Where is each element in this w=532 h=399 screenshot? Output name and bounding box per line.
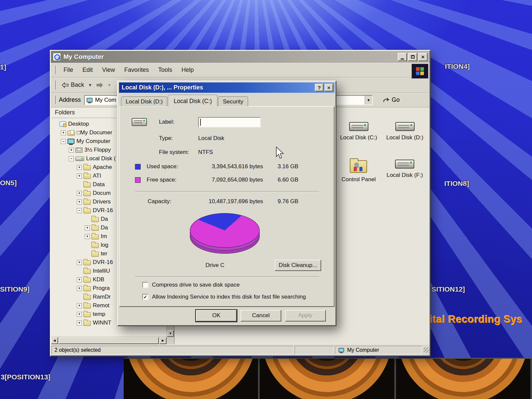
expand-icon[interactable]: +	[61, 130, 66, 135]
toolbar-grip[interactable]	[54, 66, 56, 74]
dialog-button-row: OKCancelApply	[119, 307, 334, 324]
expand-icon[interactable]: +	[77, 174, 82, 179]
desktop-text-fragment: 3[POSITION13]	[1, 373, 50, 381]
help-button[interactable]: ?	[315, 84, 324, 91]
tree-item-label: Data	[93, 181, 105, 188]
computer-icon	[67, 139, 74, 144]
windows-logo-throbber	[412, 64, 428, 78]
usage-bytes: 7,092,654,080 bytes	[197, 177, 263, 183]
tree-item-label: Progra	[93, 285, 110, 292]
tree-item-label: ter	[101, 250, 107, 257]
collapse-icon[interactable]: −	[77, 208, 82, 213]
window-title: My Computer	[64, 53, 104, 61]
pie-chart-caption: Drive C	[205, 262, 224, 269]
disk-tab-page: Label: Type: Local Disk File system: NTF…	[119, 106, 334, 307]
menu-item-view[interactable]: View	[97, 65, 120, 74]
maximize-button[interactable]	[408, 53, 417, 61]
expand-icon[interactable]: +	[85, 234, 90, 239]
expand-icon[interactable]: +	[77, 312, 82, 317]
tree-item-label: DVR-16	[93, 259, 113, 266]
desktop-text-fragment: SITION9]	[0, 285, 30, 293]
minimize-button[interactable]	[398, 53, 407, 61]
scrollbar-thumb[interactable]	[59, 337, 159, 344]
collapse-icon[interactable]: −	[61, 139, 66, 144]
window-titlebar[interactable]: My Computer ×	[51, 51, 430, 63]
tab-security[interactable]: Security	[218, 96, 248, 106]
filesystem-value: NTFS	[198, 149, 213, 156]
collapse-icon[interactable]: −	[69, 156, 74, 161]
folder-icon	[83, 191, 91, 196]
desktop-text-fragment: 1]	[0, 63, 6, 71]
status-location-cell: My Computer	[335, 346, 422, 354]
dialog-titlebar[interactable]: Local Disk (D:), ... Properties ? ×	[119, 82, 334, 93]
back-button[interactable]: Back	[59, 80, 87, 90]
usage-row: Free space:7,092,654,080 bytes6.60 GB	[120, 173, 334, 187]
expand-icon[interactable]: +	[77, 277, 82, 282]
scrollbar-corner	[167, 337, 174, 344]
folder-icon	[83, 321, 91, 326]
expand-icon[interactable]: +	[77, 260, 82, 265]
checkbox-label: Allow Indexing Service to index this dis…	[152, 294, 306, 300]
file-item[interactable]: Local Disk (F:)	[387, 160, 423, 183]
expand-icon[interactable]: +	[77, 200, 82, 204]
scroll-right-button[interactable]: ▶	[159, 337, 167, 344]
folder-icon	[83, 208, 91, 213]
folder-icon	[83, 286, 91, 291]
expand-icon[interactable]: +	[77, 286, 82, 291]
tab-local-disk-c[interactable]: Local Disk (C:)	[168, 95, 217, 107]
scroll-down-button[interactable]: ▼	[167, 330, 174, 337]
drive-icon	[132, 118, 147, 126]
expand-icon[interactable]: +	[85, 225, 90, 230]
back-history-dropdown[interactable]: ▼	[87, 83, 93, 87]
folder-icon	[83, 165, 91, 170]
apply-button: Apply	[285, 310, 326, 322]
tree-horizontal-scrollbar[interactable]: ◀ ▶	[51, 337, 167, 344]
usage-label: Used space:	[147, 163, 197, 170]
usage-label: Free space:	[147, 177, 197, 183]
toolbar-grip[interactable]	[54, 96, 56, 104]
tree-item-label: Da	[101, 224, 108, 231]
menu-item-favorites[interactable]: Favorites	[120, 65, 154, 74]
usage-size: 3.16 GB	[278, 163, 318, 170]
menu-item-tools[interactable]: Tools	[154, 65, 177, 74]
expand-icon[interactable]: +	[77, 303, 82, 308]
menu-item-help[interactable]: Help	[177, 65, 199, 74]
folder-icon	[83, 200, 91, 205]
address-dropdown-button[interactable]: ▼	[365, 96, 372, 104]
file-item[interactable]: Local Disk (C:)	[340, 122, 377, 141]
folder-icon	[83, 174, 91, 179]
folder-icon	[91, 243, 99, 248]
expand-icon[interactable]: +	[77, 165, 82, 170]
scroll-left-button[interactable]: ◀	[51, 337, 58, 344]
volume-label-input[interactable]	[198, 117, 261, 127]
menu-item-file[interactable]: File	[59, 65, 78, 74]
expand-icon[interactable]: +	[77, 321, 82, 326]
computer-icon	[87, 98, 93, 102]
filesystem-caption: File system:	[159, 149, 198, 156]
expand-icon[interactable]: +	[77, 191, 82, 196]
window-resize-grip[interactable]	[424, 347, 429, 353]
toolbar-grip[interactable]	[54, 80, 56, 89]
menu-item-edit[interactable]: Edit	[78, 65, 97, 74]
cancel-button[interactable]: Cancel	[240, 310, 281, 322]
checkbox-unchecked[interactable]	[142, 282, 148, 288]
separator	[135, 191, 319, 192]
tab-local-disk-d[interactable]: Local Disk (D:)	[121, 96, 167, 106]
ok-button[interactable]: OK	[196, 310, 237, 322]
checkbox-checked[interactable]: ✓	[142, 294, 148, 300]
folder-icon	[91, 234, 99, 239]
file-item[interactable]: Local Disk (D:)	[386, 122, 423, 141]
expand-icon[interactable]: +	[69, 148, 74, 153]
forward-history-dropdown[interactable]: ▼	[106, 83, 113, 87]
mouse-cursor	[275, 146, 285, 160]
disk-cleanup-button[interactable]: Disk Cleanup...	[275, 260, 321, 271]
dialog-tabs: Local Disk (D:)Local Disk (C:)Security	[119, 93, 334, 106]
file-item[interactable]: Control Panel	[341, 160, 376, 183]
forward-button[interactable]	[93, 81, 106, 89]
tree-item-label: Im	[101, 233, 107, 240]
desktop-text-fragment: ITION8]	[444, 180, 469, 188]
tree-item-label: KDB	[93, 276, 104, 283]
dialog-close-button[interactable]: ×	[325, 84, 333, 91]
close-button[interactable]: ×	[418, 53, 428, 61]
go-button[interactable]: Go	[380, 95, 402, 105]
